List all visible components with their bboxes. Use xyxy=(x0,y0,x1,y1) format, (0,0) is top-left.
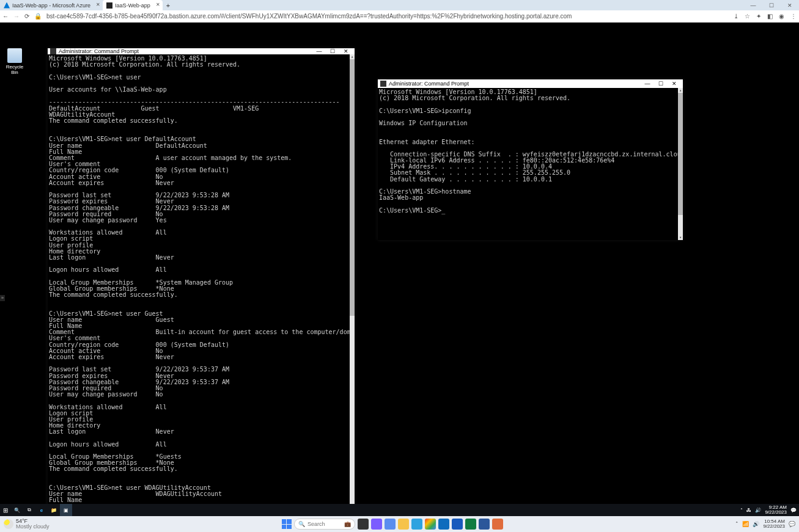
window-close-button[interactable]: ✕ xyxy=(781,2,799,9)
bookmark-star-icon[interactable]: ☆ xyxy=(745,13,750,20)
menu-icon[interactable]: ⋮ xyxy=(790,13,797,20)
scroll-thumb[interactable] xyxy=(678,93,683,215)
scrollbar[interactable]: ▴ ▾ xyxy=(678,88,683,240)
recycle-bin-icon[interactable]: Recycle Bin xyxy=(4,48,26,75)
tray-overflow-icon[interactable]: ˄ xyxy=(735,521,738,527)
window-title: Administrator: Command Prompt xyxy=(59,48,139,54)
search-placeholder: Search xyxy=(307,521,325,527)
cmd-output[interactable]: Microsoft Windows [Version 10.0.17763.48… xyxy=(378,88,678,240)
scroll-down-icon[interactable]: ▾ xyxy=(678,235,683,240)
volume-icon[interactable]: 🔊 xyxy=(755,508,761,513)
azure-icon xyxy=(4,2,10,9)
cmd-window-ipconfig[interactable]: Administrator: Command Prompt — ☐ ✕ Micr… xyxy=(378,79,683,240)
browser-tab-azure[interactable]: IaaS-Web-app - Microsoft Azure ✕ xyxy=(0,0,103,10)
bastion-toolbar-handle[interactable]: » xyxy=(0,295,5,301)
taskbar-search-input[interactable]: 🔍 Search 💼 xyxy=(294,519,355,530)
window-title: Administrator: Command Prompt xyxy=(389,81,469,87)
window-maximize-button[interactable]: ☐ xyxy=(762,2,781,9)
profile-icon[interactable]: ◉ xyxy=(779,13,784,20)
scroll-up-icon[interactable]: ▴ xyxy=(350,54,355,59)
extensions-icon[interactable]: ✦ xyxy=(756,13,761,20)
address-bar: ← → ⟳ 🔒 bst-cae4c589-7cdf-4356-b785-bea4… xyxy=(0,10,799,23)
taskbar-app-chrome[interactable] xyxy=(425,519,436,530)
taskbar-app-settings[interactable] xyxy=(385,519,396,530)
tab-title: IaaS-Web-app xyxy=(115,2,150,9)
taskbar-app-onenote[interactable] xyxy=(479,519,490,530)
taskbar-app-snip[interactable] xyxy=(492,519,503,530)
nav-forward-button[interactable]: → xyxy=(13,13,20,20)
tray-overflow-icon[interactable]: ˄ xyxy=(740,508,743,513)
maximize-button[interactable]: ☐ xyxy=(655,81,667,87)
taskbar-explorer[interactable]: 📁 xyxy=(48,504,60,516)
notifications-icon[interactable]: 💬 xyxy=(790,508,797,513)
new-tab-button[interactable]: + xyxy=(163,2,174,9)
browser-tab-strip: IaaS-Web-app - Microsoft Azure ✕ IaaS-We… xyxy=(0,0,799,10)
close-icon[interactable]: ✕ xyxy=(96,2,100,7)
remote-taskbar: ⊞ 🔍 ⧉ e 📁 ▣ ˄ 🖧 🔊 9:22 AM 9/22/2023 💬 xyxy=(0,504,799,516)
taskbar-app-explorer[interactable] xyxy=(398,519,409,530)
side-panel-icon[interactable]: ◧ xyxy=(767,13,773,20)
notifications-icon[interactable]: 💬 xyxy=(789,521,795,527)
cmd-icon xyxy=(50,48,56,54)
nav-reload-button[interactable]: ⟳ xyxy=(24,13,29,20)
recycle-bin-label: Recycle Bin xyxy=(6,64,23,75)
taskbar-app-outlook[interactable] xyxy=(438,519,449,530)
host-date: 9/22/2023 xyxy=(763,524,785,529)
minimize-button[interactable]: — xyxy=(313,48,325,54)
scroll-thumb[interactable] xyxy=(350,59,355,316)
install-app-icon[interactable]: ⤓ xyxy=(734,13,738,20)
page-icon xyxy=(106,2,112,9)
search-icon: 🔍 xyxy=(298,521,305,527)
weather-widget[interactable]: 54°F Mostly cloudy xyxy=(4,519,50,530)
lock-icon[interactable]: 🔒 xyxy=(34,13,42,20)
remote-desktop[interactable]: Recycle Bin » Administrator: Command Pro… xyxy=(0,23,799,516)
nav-back-button[interactable]: ← xyxy=(2,13,9,20)
host-clock[interactable]: 10:54 AM 9/22/2023 xyxy=(763,519,785,529)
remote-date: 9/22/2023 xyxy=(765,510,787,515)
host-taskbar: 54°F Mostly cloudy 🔍 Search 💼 ˄ 📶 🔊 10:5… xyxy=(0,516,799,532)
maximize-button[interactable]: ☐ xyxy=(326,48,339,54)
cmd-icon xyxy=(380,81,386,87)
taskbar-app-excel[interactable] xyxy=(465,519,476,530)
network-icon[interactable]: 🖧 xyxy=(746,508,751,513)
start-button[interactable]: ⊞ xyxy=(0,507,11,514)
start-button[interactable] xyxy=(282,519,292,529)
close-button[interactable]: ✕ xyxy=(668,81,680,87)
volume-icon[interactable]: 🔊 xyxy=(753,521,759,527)
cmd-output[interactable]: Microsoft Windows [Version 10.0.17763.48… xyxy=(48,54,350,516)
minimize-button[interactable]: — xyxy=(641,81,654,87)
wifi-icon[interactable]: 📶 xyxy=(742,521,749,527)
window-minimize-button[interactable]: — xyxy=(744,2,762,9)
taskbar-cmd[interactable]: ▣ xyxy=(60,504,72,516)
scrollbar[interactable]: ▴ ▾ xyxy=(350,54,355,516)
bin-icon xyxy=(7,48,22,63)
browser-tab-bastion[interactable]: IaaS-Web-app ✕ xyxy=(103,0,163,10)
taskbar-app-copilot[interactable] xyxy=(358,519,369,530)
search-badge-icon: 💼 xyxy=(344,521,351,527)
tab-title: IaaS-Web-app - Microsoft Azure xyxy=(12,2,90,9)
taskbar-ie[interactable]: e xyxy=(35,504,48,516)
cmd-window-netuser[interactable]: Administrator: Command Prompt — ☐ ✕ Micr… xyxy=(48,48,355,516)
cmd-titlebar[interactable]: Administrator: Command Prompt — ☐ ✕ xyxy=(48,48,355,54)
close-button[interactable]: ✕ xyxy=(340,48,352,54)
scroll-up-icon[interactable]: ▴ xyxy=(678,88,683,93)
taskbar-app-edge[interactable] xyxy=(411,519,422,530)
task-view-button[interactable]: ⧉ xyxy=(23,504,35,516)
url-input[interactable]: bst-cae4c589-7cdf-4356-b785-bea45f90f72a… xyxy=(46,13,729,20)
weather-icon xyxy=(4,519,13,529)
taskbar-app-teams[interactable] xyxy=(371,519,382,530)
weather-desc: Mostly cloudy xyxy=(16,524,50,530)
taskbar-app-word[interactable] xyxy=(452,519,463,530)
cmd-titlebar[interactable]: Administrator: Command Prompt — ☐ ✕ xyxy=(378,79,683,88)
remote-clock[interactable]: 9:22 AM 9/22/2023 xyxy=(765,505,787,515)
taskbar-search-button[interactable]: 🔍 xyxy=(11,504,23,516)
close-icon[interactable]: ✕ xyxy=(156,2,160,7)
